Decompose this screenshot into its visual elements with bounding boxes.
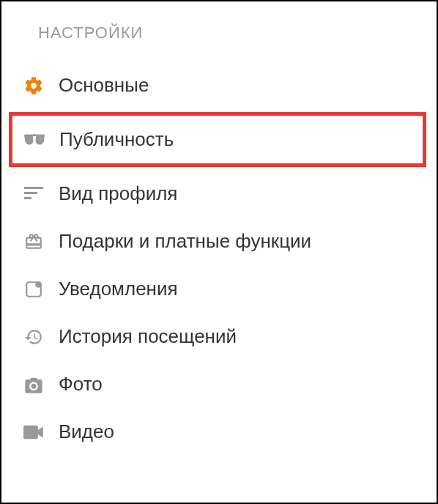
history-icon [21,327,47,346]
menu-item-publicity[interactable]: Публичность [9,112,426,167]
menu-item-label: Подарки и платные функции [59,230,311,253]
menu-item-gifts[interactable]: Подарки и платные функции [1,218,437,265]
menu-item-photo[interactable]: Фото [1,360,437,408]
svg-point-4 [35,281,42,288]
menu-item-profile-view[interactable]: Вид профиля [1,170,437,218]
settings-menu: НАСТРОЙКИ Основные Публичность [1,1,437,456]
menu-item-label: Фото [59,373,103,396]
menu-item-label: Основные [59,74,149,97]
camera-icon [21,376,47,393]
sunglasses-icon [21,133,48,147]
list-icon [21,187,47,201]
menu-item-label: Уведомления [59,278,178,300]
svg-rect-2 [24,197,31,199]
menu-item-general[interactable]: Основные [1,62,437,109]
gear-icon [21,75,47,96]
menu-item-label: Вид профиля [59,182,177,205]
svg-point-6 [31,383,37,388]
menu-item-label: История посещений [59,325,237,348]
svg-rect-0 [24,187,43,189]
video-icon [21,425,47,440]
menu-item-notifications[interactable]: Уведомления [1,265,437,313]
menu-item-label: Видео [59,420,114,443]
gift-icon [21,232,47,251]
menu-item-video[interactable]: Видео [1,408,437,456]
menu-item-history[interactable]: История посещений [1,313,437,360]
notification-icon [21,280,47,299]
svg-rect-1 [24,192,37,194]
page-title: НАСТРОЙКИ [1,1,437,62]
menu-item-label: Публичность [59,128,174,151]
